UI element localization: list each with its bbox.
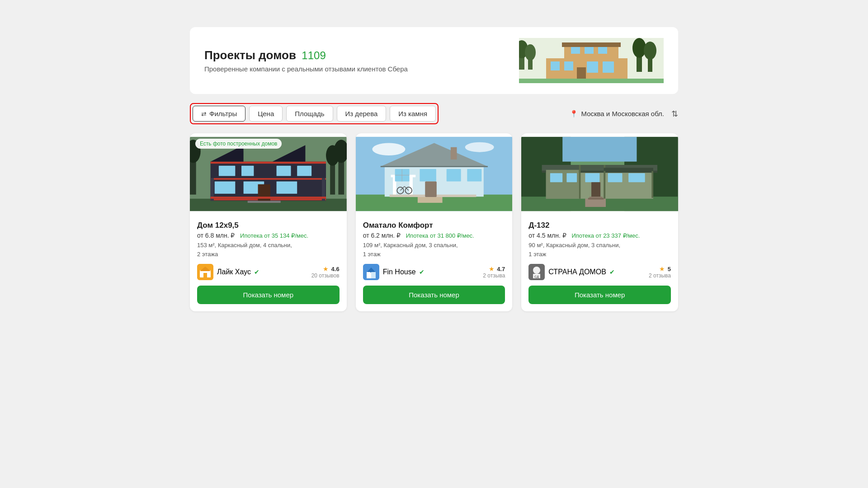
card-price-2: от 6.2 млн. ₽	[363, 232, 401, 239]
svg-rect-103	[652, 171, 654, 198]
card-title-3: Д-132	[528, 221, 671, 230]
svg-rect-10	[587, 61, 598, 73]
rating-reviews-2: 2 отзыва	[483, 272, 505, 279]
card-specs-line2-3: 1 этаж	[528, 251, 546, 258]
svg-rect-67	[446, 169, 461, 181]
card-specs-line1-1: 153 м², Каркасный дом, 4 спальни,	[197, 242, 292, 249]
company-verified-icon-1: ✔	[254, 268, 259, 276]
svg-point-17	[632, 38, 646, 58]
company-verified-icon-2: ✔	[419, 268, 425, 276]
svg-rect-38	[277, 166, 291, 176]
company-logo-1	[197, 264, 213, 280]
card-specs-3: 90 м², Каркасный дом, 3 спальни, 1 этаж	[528, 241, 671, 258]
rating-reviews-3: 2 отзыва	[649, 272, 671, 279]
svg-rect-8	[551, 61, 560, 70]
svg-rect-37	[241, 166, 254, 176]
card-company-row-3: СД СТРАНА ДОМОВ ✔ ★ 5 2 отзыва	[528, 264, 671, 280]
listing-card-2: Оматало Комфорт от 6.2 млн. ₽ Ипотека от…	[356, 133, 513, 311]
svg-rect-36	[219, 166, 235, 176]
svg-rect-68	[467, 169, 481, 181]
card-title-1: Дом 12х9,5	[197, 221, 340, 230]
filter-button-price[interactable]: Цена	[249, 106, 283, 122]
svg-point-53	[372, 143, 405, 155]
card-rating-1: ★ 4.6 20 отзывов	[311, 265, 340, 279]
cards-grid: Есть фото построенных домов Дом 12х9,5 о…	[190, 133, 678, 311]
svg-point-105	[533, 267, 540, 274]
location-sort-group: 📍 Москва и Московская обл. ⇅	[570, 109, 678, 119]
svg-rect-12	[571, 47, 580, 54]
banner-subtitle: Проверенные компании с реальными отзывам…	[204, 65, 408, 73]
show-number-button-1[interactable]: Показать номер	[197, 286, 340, 304]
svg-rect-66	[420, 169, 436, 181]
star-icon-2: ★	[489, 265, 495, 272]
card-body-1: Дом 12х9,5 от 6.8 млн. ₽ Ипотека от 35 1…	[190, 215, 347, 311]
company-name-1: Лайк Хаус ✔	[217, 268, 259, 276]
svg-rect-100	[588, 198, 604, 200]
company-name-label-1: Лайк Хаус	[217, 268, 251, 276]
svg-rect-11	[603, 61, 614, 73]
company-name-3: СТРАНА ДОМОВ ✔	[548, 268, 615, 276]
svg-rect-42	[277, 181, 297, 193]
show-number-button-2[interactable]: Показать номер	[363, 286, 505, 304]
svg-rect-60	[450, 147, 457, 160]
card-image-wrap-1: Есть фото построенных домов	[190, 133, 347, 215]
card-specs-line1-2: 109 м², Каркасный дом, 3 спальни,	[363, 242, 458, 249]
card-price-1: от 6.8 млн. ₽	[197, 232, 235, 239]
card-specs-line2-1: 2 этажа	[197, 251, 218, 258]
svg-rect-9	[564, 61, 573, 70]
card-price-row-2: от 6.2 млн. ₽ Ипотека от 31 800 ₽/мес.	[363, 232, 505, 239]
card-company-left-2: Fin House ✔	[363, 264, 425, 280]
card-image-wrap-3	[521, 133, 678, 215]
banner: Проекты домов 1109 Проверенные компании …	[190, 27, 678, 94]
rating-value-1: 4.6	[331, 266, 340, 272]
card-company-left-3: СД СТРАНА ДОМОВ ✔	[528, 264, 615, 280]
card-rating-3: ★ 5 2 отзыва	[649, 265, 671, 279]
svg-rect-40	[215, 181, 236, 193]
listing-card-3: Д-132 от 4.5 млн. ₽ Ипотека от 23 337 ₽/…	[521, 133, 678, 311]
card-mortgage-2: Ипотека от 31 800 ₽/мес.	[406, 232, 474, 239]
svg-text:СД: СД	[534, 275, 539, 279]
sort-icon[interactable]: ⇅	[671, 109, 678, 119]
card-house-image-2	[356, 133, 513, 215]
svg-rect-71	[425, 181, 437, 197]
card-image-wrap-2	[356, 133, 513, 215]
card-specs-1: 153 м², Каркасный дом, 4 спальни, 2 этаж…	[197, 241, 340, 258]
listing-card-1: Есть фото построенных домов Дом 12х9,5 о…	[190, 133, 347, 311]
svg-rect-13	[585, 47, 594, 54]
filter-button-area[interactable]: Площадь	[286, 106, 333, 122]
banner-text: Проекты домов 1109 Проверенные компании …	[204, 48, 408, 73]
location-label: Москва и Московская обл.	[581, 110, 664, 117]
svg-rect-97	[629, 173, 645, 182]
card-specs-line1-3: 90 м², Каркасный дом, 3 спальни,	[528, 242, 620, 249]
card-mortgage-3: Ипотека от 23 337 ₽/мес.	[571, 232, 640, 239]
page-container: Проекты домов 1109 Проверенные компании …	[190, 27, 678, 311]
card-specs-line2-2: 1 этаж	[363, 251, 381, 258]
star-icon-1: ★	[323, 265, 329, 272]
card-price-row-3: от 4.5 млн. ₽ Ипотека от 23 337 ₽/мес.	[528, 232, 671, 239]
filter-icon: ⇄	[201, 110, 207, 117]
filter-label-area: Площадь	[295, 110, 324, 117]
card-title-2: Оматало Комфорт	[363, 221, 505, 230]
card-price-row-1: от 6.8 млн. ₽ Ипотека от 35 134 ₽/мес.	[197, 232, 340, 239]
svg-rect-95	[585, 173, 600, 182]
svg-rect-84	[563, 137, 637, 162]
location-selector[interactable]: 📍 Москва и Московская обл.	[570, 110, 664, 118]
svg-rect-98	[591, 182, 600, 198]
filter-buttons-group: ⇄ Фильтры Цена Площадь Из дерева Из камн…	[190, 103, 439, 124]
svg-rect-7	[562, 42, 621, 47]
svg-rect-79	[367, 272, 370, 278]
card-badge-1: Есть фото построенных домов	[195, 139, 282, 149]
filter-button-stone[interactable]: Из камня	[390, 106, 436, 122]
svg-rect-20	[519, 79, 664, 83]
filter-label-stone: Из камня	[398, 110, 427, 117]
card-price-3: от 4.5 млн. ₽	[528, 232, 566, 239]
svg-rect-93	[550, 173, 562, 182]
location-pin-icon: 📍	[570, 110, 578, 118]
filter-button-wood[interactable]: Из дерева	[337, 106, 387, 122]
filter-button-filters[interactable]: ⇄ Фильтры	[193, 106, 245, 122]
rating-reviews-1: 20 отзывов	[311, 272, 340, 279]
svg-rect-50	[203, 273, 207, 277]
card-body-3: Д-132 от 4.5 млн. ₽ Ипотека от 23 337 ₽/…	[521, 215, 678, 311]
svg-rect-102	[604, 171, 606, 198]
show-number-button-3[interactable]: Показать номер	[528, 286, 671, 304]
